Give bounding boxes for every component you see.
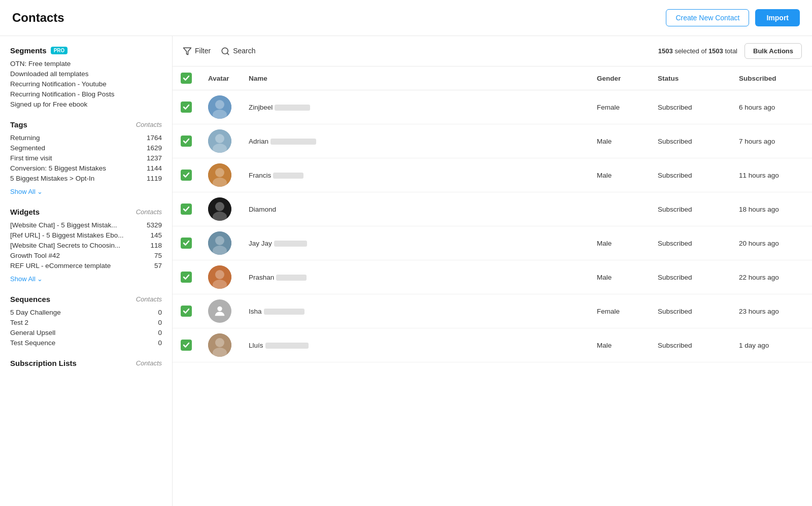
sidebar-widget-item[interactable]: [Website Chat] - 5 Biggest Mistak...5329 — [10, 221, 162, 229]
widgets-section: Widgets Contacts [Website Chat] - 5 Bigg… — [10, 208, 162, 283]
sidebar-sequence-item[interactable]: Test 20 — [10, 319, 162, 326]
table-row[interactable]: Francis Male Subscribed 11 hours ago — [173, 158, 812, 192]
tag-name: Returning — [10, 134, 40, 142]
select-all-header[interactable] — [173, 66, 200, 90]
sidebar-widget-item[interactable]: [Website Chat] Secrets to Choosin...118 — [10, 242, 162, 249]
bulk-actions-button[interactable]: Bulk Actions — [745, 43, 802, 59]
row-checkbox[interactable] — [181, 340, 192, 351]
sidebar-tag-item[interactable]: First time visit1237 — [10, 154, 162, 162]
show-all-tags[interactable]: Show All ⌄ — [10, 188, 43, 195]
widget-name: Growth Tool #42 — [10, 252, 60, 259]
col-subscribed: Subscribed — [731, 66, 812, 90]
name-cell[interactable]: Lluís — [241, 328, 589, 362]
name-cell[interactable]: Jay Jay — [241, 226, 589, 260]
sidebar-widget-item[interactable]: REF URL - eCommerce template57 — [10, 262, 162, 269]
svg-point-13 — [215, 202, 224, 211]
main-layout: Segments PRO OTN: Free templateDownloade… — [0, 36, 812, 506]
avatar-cell — [200, 226, 241, 260]
widget-count: 145 — [150, 231, 162, 239]
sidebar-widget-item[interactable]: [Ref URL] - 5 Biggest Mistakes Ebo...145 — [10, 231, 162, 239]
name-cell[interactable]: Prashan — [241, 260, 589, 294]
subscribed-cell: 18 hours ago — [731, 192, 812, 226]
sidebar-widget-item[interactable]: Growth Tool #4275 — [10, 252, 162, 259]
create-new-contact-button[interactable]: Create New Contact — [666, 9, 749, 26]
row-checkbox-cell[interactable] — [173, 158, 200, 192]
toolbar-right: 1503 selected of 1503 total Bulk Actions — [658, 43, 802, 59]
search-icon — [221, 46, 230, 55]
sidebar-tag-item[interactable]: 5 Biggest Mistakes > Opt-In1119 — [10, 175, 162, 182]
tag-name: Segmented — [10, 144, 45, 152]
tag-name: First time visit — [10, 154, 52, 162]
sidebar-sequence-item[interactable]: 5 Day Challenge0 — [10, 309, 162, 316]
gender-cell: Male — [589, 124, 650, 158]
table-row[interactable]: Zinjbeel Female Subscribed 6 hours ago — [173, 90, 812, 124]
row-checkbox-cell[interactable] — [173, 294, 200, 328]
name-cell[interactable]: Adrian — [241, 124, 589, 158]
sidebar-tag-item[interactable]: Returning1764 — [10, 134, 162, 142]
status-value: Subscribed — [658, 274, 692, 281]
sidebar-tag-item[interactable]: Segmented1629 — [10, 144, 162, 152]
sidebar-segment-item[interactable]: Recurring Notification - Blog Posts — [10, 90, 162, 98]
status-cell: Subscribed — [650, 294, 731, 328]
sequence-count: 0 — [158, 339, 162, 347]
sidebar-sequence-item[interactable]: General Upsell0 — [10, 329, 162, 336]
sidebar-segment-item[interactable]: Recurring Notification - Youtube — [10, 80, 162, 88]
row-checkbox-cell[interactable] — [173, 192, 200, 226]
avatar — [208, 333, 231, 357]
row-checkbox-cell[interactable] — [173, 260, 200, 294]
sidebar-segment-item[interactable]: Downloaded all templates — [10, 70, 162, 78]
table-row[interactable]: Lluís Male Subscribed 1 day ago — [173, 328, 812, 362]
widget-name: [Website Chat] - 5 Biggest Mistak... — [10, 221, 117, 229]
name-cell[interactable]: Isha — [241, 294, 589, 328]
sidebar-segment-item[interactable]: Signed up for Free ebook — [10, 100, 162, 108]
table-row[interactable]: Jay Jay Male Subscribed 20 hours ago — [173, 226, 812, 260]
row-checkbox[interactable] — [181, 272, 192, 283]
row-checkbox[interactable] — [181, 136, 192, 147]
tags-contacts-label: Contacts — [136, 121, 162, 128]
contact-name: Lluís — [249, 342, 263, 349]
row-checkbox-cell[interactable] — [173, 124, 200, 158]
selected-count: 1503 — [658, 47, 673, 55]
name-cell[interactable]: Francis — [241, 158, 589, 192]
filter-button[interactable]: Filter — [183, 46, 211, 55]
search-label: Search — [233, 47, 255, 55]
col-name: Name — [241, 66, 589, 90]
row-checkbox[interactable] — [181, 238, 192, 249]
sidebar-segment-item[interactable]: OTN: Free template — [10, 60, 162, 68]
total-text: total — [725, 47, 737, 55]
name-blur — [270, 139, 316, 145]
row-checkbox-cell[interactable] — [173, 90, 200, 124]
sequence-name: Test 2 — [10, 319, 28, 326]
row-checkbox[interactable] — [181, 102, 192, 113]
status-cell: Subscribed — [650, 260, 731, 294]
gender-value: Female — [597, 308, 620, 315]
subscription-lists-header: Subscription Lists Contacts — [10, 359, 162, 367]
widget-name: [Ref URL] - 5 Biggest Mistakes Ebo... — [10, 231, 124, 239]
select-all-checkbox[interactable] — [181, 73, 192, 84]
name-cell[interactable]: Diamond — [241, 192, 589, 226]
row-checkbox-cell[interactable] — [173, 226, 200, 260]
sidebar-tag-item[interactable]: Conversion: 5 Biggest Mistakes1144 — [10, 164, 162, 172]
import-button[interactable]: Import — [755, 9, 800, 26]
name-cell[interactable]: Zinjbeel — [241, 90, 589, 124]
table-row[interactable]: Isha Female Subscribed 23 hours ago — [173, 294, 812, 328]
row-checkbox[interactable] — [181, 306, 192, 317]
toolbar-left: Filter Search — [183, 46, 255, 55]
row-checkbox-cell[interactable] — [173, 328, 200, 362]
status-cell: Subscribed — [650, 90, 731, 124]
search-button[interactable]: Search — [221, 46, 255, 55]
subscribed-cell: 23 hours ago — [731, 294, 812, 328]
svg-line-2 — [227, 53, 229, 54]
row-checkbox[interactable] — [181, 204, 192, 215]
show-all-widgets[interactable]: Show All ⌄ — [10, 275, 43, 283]
pro-badge: PRO — [51, 47, 68, 54]
row-checkbox[interactable] — [181, 170, 192, 181]
table-row[interactable]: Prashan Male Subscribed 22 hours ago — [173, 260, 812, 294]
contact-name: Isha — [249, 308, 262, 315]
avatar — [208, 129, 231, 153]
subscribed-value: 20 hours ago — [739, 240, 779, 247]
sidebar-sequence-item[interactable]: Test Sequence0 — [10, 339, 162, 347]
table-row[interactable]: Diamond Subscribed 18 hours ago — [173, 192, 812, 226]
sequence-name: 5 Day Challenge — [10, 309, 61, 316]
table-row[interactable]: Adrian Male Subscribed 7 hours ago — [173, 124, 812, 158]
